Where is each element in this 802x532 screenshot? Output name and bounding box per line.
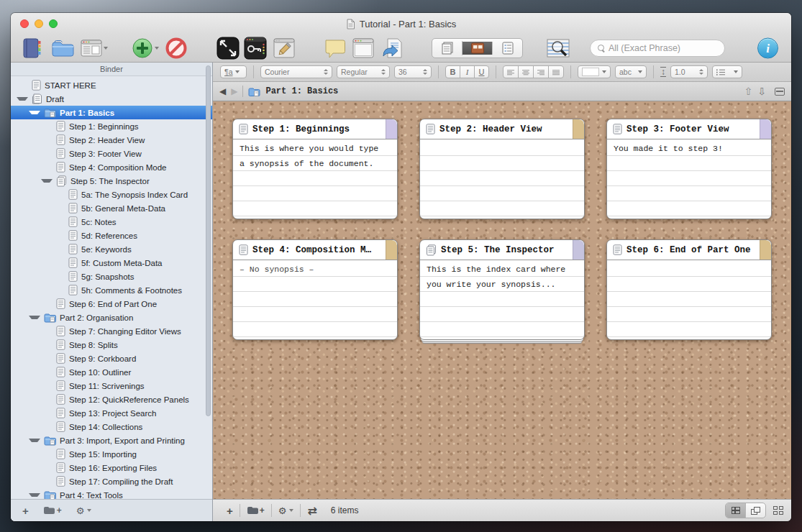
collections-button[interactable] [50,38,75,58]
index-card-synopsis[interactable] [420,139,584,219]
binder-item[interactable]: 5h: Comments & Footnotes [11,283,212,297]
index-card-synopsis[interactable]: – No synopsis – [233,260,397,339]
split-editor-button[interactable] [775,88,785,96]
binder-action-menu-button[interactable]: ⚙ [76,505,92,516]
line-spacing-select[interactable]: 1.0 [670,65,708,78]
index-card-title[interactable]: Step 6: End of Part One [607,240,771,260]
index-card-title[interactable]: Step 3: Footer View [607,119,771,139]
index-card-synopsis[interactable]: This is where you would type a synopsis … [233,139,397,219]
binder-item[interactable]: Step 4: Composition Mode [11,160,212,174]
navigate-toggle-button[interactable]: ⇄ [301,504,323,518]
index-card-title[interactable]: Step 1: Beginnings [233,119,397,139]
editor-add-button[interactable]: + [220,505,240,517]
binder-item[interactable]: Step 2: Header View [11,133,212,147]
binder-item[interactable]: Step 3: Footer View [11,147,212,160]
binder-item[interactable]: Step 5: The Inspector [11,174,212,188]
binder-item[interactable]: 5g: Snapshots [11,270,212,283]
binder-item[interactable]: 5d: References [11,229,212,242]
index-card[interactable]: Step 1: BeginningsThis is where you woul… [232,119,398,219]
close-button[interactable] [20,19,29,28]
search-input[interactable]: All (Exact Phrase) [590,40,725,57]
editor-header-title[interactable]: Part 1: Basics [265,86,338,96]
disclosure-triangle[interactable] [29,493,40,497]
binder-item[interactable]: Step 14: Collections [11,420,212,434]
binder-item[interactable]: Part 3: Import, Export and Printing [11,434,212,447]
binder-item[interactable]: Part 4: Text Tools [11,488,212,499]
binder-item[interactable]: 5e: Keywords [11,242,212,256]
italic-button[interactable]: I [460,65,475,78]
binder-item[interactable]: Step 7: Changing Editor Views [11,324,212,338]
font-style-select[interactable]: Regular [337,65,390,78]
disclosure-triangle[interactable] [17,97,28,101]
binder-item[interactable]: Draft [11,92,212,106]
align-center-button[interactable] [518,65,534,78]
index-card-title[interactable]: Step 2: Header View [420,119,584,139]
index-card-synopsis[interactable]: This is the index card where you write y… [420,260,584,339]
text-color-control[interactable] [578,65,611,78]
binder-add-folder-button[interactable]: + [43,505,62,515]
binder-item[interactable]: Part 2: Organisation [11,311,212,324]
binder-item[interactable]: Step 12: QuickReference Panels [11,393,212,406]
binder-item[interactable]: Step 1: Beginnings [11,119,212,133]
align-left-button[interactable] [503,65,519,78]
disclosure-triangle[interactable] [41,179,53,183]
binder-item[interactable]: Step 9: Corkboard [11,352,212,365]
freeform-mode-segment[interactable] [746,503,765,518]
view-document-segment[interactable] [432,41,462,55]
back-button[interactable]: ◀ [219,86,226,96]
binder-item[interactable]: Step 15: Importing [11,447,212,461]
index-card-title[interactable]: Step 5: The Inspector [420,240,584,260]
index-card-synopsis[interactable]: You made it to step 3! [607,139,771,219]
keywords-button[interactable] [244,37,267,60]
binder-item[interactable]: Step 8: Splits [11,338,212,352]
disclosure-triangle[interactable] [29,439,40,442]
binder-item[interactable]: 5a: The Synopsis Index Card [11,188,212,201]
binder-item[interactable]: Step 11: Scrivenings [11,379,212,393]
index-card[interactable]: Step 2: Header View [419,119,585,219]
next-document-button[interactable]: ⇩ [757,86,766,96]
index-card[interactable]: Step 6: End of Part One [606,239,772,340]
add-item-button[interactable] [131,37,159,60]
forward-button[interactable]: ▶ [231,86,237,96]
binder-item[interactable]: Step 16: Exporting Files [11,461,212,474]
binder-add-button[interactable]: + [22,505,29,517]
document-search-button[interactable] [546,38,572,58]
index-card[interactable]: Step 4: Composition M…– No synopsis – [232,239,398,340]
list-style-control[interactable] [712,65,742,78]
binder-item[interactable]: Step 17: Compiling the Draft [11,474,212,488]
editor-action-menu-button[interactable]: ⚙ [272,505,301,516]
inspector-button[interactable]: i [757,38,778,59]
previous-document-button[interactable]: ⇧ [744,86,753,96]
binder-item[interactable]: START HERE [11,78,212,92]
binder-item[interactable]: Step 13: Project Search [11,406,212,420]
font-size-select[interactable]: 36 [394,65,432,78]
disclosure-triangle[interactable] [29,316,40,319]
compose-mode-button[interactable] [217,37,240,60]
binder-toggle-button[interactable] [20,37,43,59]
bold-button[interactable]: B [445,65,460,78]
zoom-button[interactable] [49,19,58,28]
minimize-button[interactable] [35,19,43,28]
highlight-control[interactable]: abc [615,65,647,78]
align-justify-button[interactable] [548,65,564,78]
grid-mode-segment[interactable] [726,503,746,518]
share-button[interactable] [381,37,404,59]
font-family-select[interactable]: Courier [260,65,332,78]
corkboard-options-button[interactable] [773,506,784,515]
binder-item[interactable]: Part 1: Basics [11,106,212,119]
layouts-button[interactable] [81,39,108,58]
index-card[interactable]: Step 5: The InspectorThis is the index c… [419,239,585,340]
index-card[interactable]: Step 3: Footer ViewYou made it to step 3… [606,119,772,219]
binder-item[interactable]: 5c: Notes [11,215,212,229]
index-card-title[interactable]: Step 4: Composition M… [233,240,397,260]
view-outline-segment[interactable] [493,41,522,55]
align-right-button[interactable] [533,65,549,78]
trash-restrict-button[interactable] [165,37,188,60]
binder-item[interactable]: Step 6: End of Part One [11,297,212,311]
comment-button[interactable] [323,37,346,59]
binder-item[interactable]: 5f: Custom Meta-Data [11,256,212,270]
binder-item[interactable]: 5b: General Meta-Data [11,201,212,215]
disclosure-triangle[interactable] [29,111,40,114]
binder-scrollbar[interactable] [206,65,211,416]
paragraph-style-control[interactable]: ¶a [220,65,247,78]
